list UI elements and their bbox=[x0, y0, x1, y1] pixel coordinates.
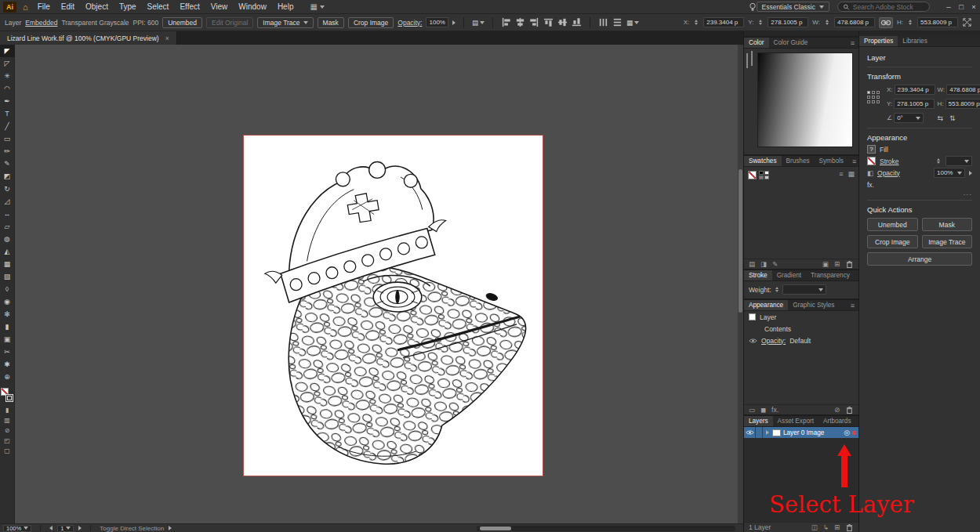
line-segment-tool[interactable]: ╱ bbox=[0, 120, 15, 132]
pencil-tool[interactable]: ✎ bbox=[0, 157, 15, 170]
tab-swatches[interactable]: Swatches bbox=[744, 156, 782, 166]
zoom-level-select[interactable]: 100% bbox=[3, 525, 31, 532]
align-right-icon[interactable] bbox=[529, 17, 539, 27]
canvas[interactable] bbox=[15, 45, 743, 523]
restore-button[interactable]: □ bbox=[955, 2, 967, 11]
artboard[interactable] bbox=[243, 135, 543, 476]
x-input[interactable]: 239.3404 p bbox=[703, 17, 744, 27]
color-panel-menu-icon[interactable]: ≡ bbox=[847, 38, 858, 48]
horizontal-scrollbar-thumb[interactable] bbox=[480, 527, 511, 530]
new-swatch-icon[interactable]: ⊞ bbox=[834, 260, 840, 268]
menu-effect[interactable]: Effect bbox=[174, 0, 205, 14]
menu-window[interactable]: Window bbox=[233, 0, 272, 14]
lasso-tool[interactable]: ◠ bbox=[0, 82, 15, 95]
close-document-icon[interactable]: × bbox=[165, 34, 169, 42]
new-sublayer-icon[interactable]: ↳ bbox=[823, 523, 829, 531]
previous-artboard-button[interactable] bbox=[49, 526, 53, 530]
delete-swatch-icon[interactable] bbox=[845, 260, 854, 269]
prop-y-input[interactable]: 278.1005 p bbox=[894, 99, 935, 109]
menu-type[interactable]: Type bbox=[114, 0, 142, 14]
color-fill-stroke-proxy[interactable] bbox=[746, 54, 750, 68]
opacity-link[interactable]: Opacity: bbox=[397, 19, 422, 27]
stroke-color-swatch[interactable] bbox=[5, 394, 13, 402]
distribute-horizontal-icon[interactable] bbox=[598, 17, 608, 27]
quick-action-mask[interactable]: Mask bbox=[922, 218, 973, 231]
show-swatch-kinds-icon[interactable]: ◨ bbox=[760, 260, 767, 268]
shape-builder-tool[interactable]: ◍ bbox=[0, 233, 15, 245]
h-input[interactable]: 553.8009 p bbox=[917, 17, 958, 27]
tab-properties[interactable]: Properties bbox=[859, 36, 898, 46]
align-bottom-icon[interactable] bbox=[572, 17, 582, 27]
swatch-none[interactable] bbox=[748, 171, 757, 179]
prop-fill-row[interactable]: ? Fill bbox=[867, 143, 972, 155]
hand-tool[interactable]: ✱ bbox=[0, 358, 15, 371]
prop-h-input[interactable]: 553.8009 p bbox=[946, 99, 980, 109]
blend-tool[interactable]: ◉ bbox=[0, 295, 15, 308]
prop-w-input[interactable]: 478.6808 p bbox=[946, 85, 980, 95]
crop-image-button[interactable]: Crop Image bbox=[348, 17, 394, 28]
vertical-scrollbar-thumb[interactable] bbox=[739, 169, 742, 313]
layer-thumbnail-image[interactable] bbox=[772, 429, 781, 436]
column-graph-tool[interactable]: ▮ bbox=[0, 320, 15, 333]
new-color-group-icon[interactable]: ▣ bbox=[822, 260, 829, 268]
gradient-tool[interactable]: ▧ bbox=[0, 270, 15, 283]
perspective-grid-tool[interactable]: ◭ bbox=[0, 245, 15, 258]
magic-wand-tool[interactable]: ✳ bbox=[0, 70, 15, 82]
layer-row[interactable]: Layer 0 Image ◎ bbox=[744, 427, 858, 438]
new-layer-icon[interactable]: ⊞ bbox=[834, 523, 840, 531]
y-input[interactable]: 278.1005 p bbox=[768, 17, 808, 27]
workspace-switcher[interactable]: Essentials Classic bbox=[757, 2, 830, 12]
free-transform-tool[interactable]: ▱ bbox=[0, 220, 15, 233]
grayscale-spectrum[interactable] bbox=[757, 52, 853, 147]
menu-file[interactable]: File bbox=[32, 0, 56, 14]
fill-proxy-swatch[interactable] bbox=[746, 53, 748, 68]
flip-vertical-icon[interactable]: ⇅ bbox=[949, 114, 956, 122]
visibility-eye-icon[interactable] bbox=[749, 338, 757, 344]
direct-selection-tool[interactable]: ◸ bbox=[0, 57, 15, 70]
scale-tool[interactable]: ◿ bbox=[0, 195, 15, 208]
appearance-row-opacity[interactable]: Opacity: Default bbox=[744, 335, 858, 346]
symbol-sprayer-tool[interactable]: ✻ bbox=[0, 308, 15, 320]
tab-symbols[interactable]: Symbols bbox=[815, 156, 848, 166]
align-horizontal-center-icon[interactable] bbox=[515, 17, 525, 27]
fx-button[interactable]: fx. bbox=[867, 181, 874, 189]
make-clipping-mask-icon[interactable]: ◫ bbox=[811, 523, 818, 531]
swatch-color-group[interactable] bbox=[759, 171, 769, 179]
align-vertical-center-icon[interactable] bbox=[557, 17, 568, 27]
constrain-width-height-button[interactable] bbox=[879, 17, 893, 28]
close-button[interactable]: × bbox=[967, 2, 980, 11]
status-expand-icon[interactable] bbox=[169, 526, 172, 530]
stock-search[interactable] bbox=[837, 2, 930, 12]
tab-transparency[interactable]: Transparency bbox=[806, 270, 855, 280]
flip-horizontal-icon[interactable]: ⇆ bbox=[938, 114, 944, 122]
layer-name[interactable]: Layer 0 Image bbox=[783, 429, 824, 436]
appearance-row-contents[interactable]: Contents bbox=[744, 323, 858, 335]
tab-color[interactable]: Color bbox=[744, 38, 769, 48]
transform-options-icon[interactable] bbox=[962, 17, 972, 27]
delete-appearance-icon[interactable] bbox=[845, 406, 854, 414]
home-icon[interactable]: ⌂ bbox=[23, 2, 28, 12]
rotation-select[interactable]: 0° bbox=[894, 113, 924, 123]
tab-color-guide[interactable]: Color Guide bbox=[769, 38, 813, 48]
layer-expand-icon[interactable] bbox=[766, 430, 769, 435]
appearance-opacity-link[interactable]: Opacity: bbox=[761, 337, 786, 345]
tab-graphic-styles[interactable]: Graphic Styles bbox=[788, 300, 839, 310]
menu-object[interactable]: Object bbox=[80, 0, 114, 14]
delete-layer-icon[interactable] bbox=[845, 523, 854, 532]
add-new-fill-icon[interactable]: ◼ bbox=[760, 406, 766, 414]
artboard-tool[interactable]: ▣ bbox=[0, 333, 15, 346]
layer-selection-indicator[interactable] bbox=[852, 431, 856, 435]
tab-appearance[interactable]: Appearance bbox=[744, 300, 788, 310]
minimize-button[interactable]: – bbox=[942, 2, 955, 11]
stroke-weight-select[interactable] bbox=[782, 284, 826, 295]
list-view-icon[interactable]: ≡ bbox=[839, 170, 843, 178]
mask-button[interactable]: Mask bbox=[318, 17, 344, 28]
appearance-row-layer[interactable]: Layer bbox=[744, 311, 858, 323]
color-mode-button[interactable]: ▮ bbox=[0, 405, 15, 415]
tab-libraries[interactable]: Libraries bbox=[898, 36, 931, 46]
fill-swatch-unknown[interactable]: ? bbox=[867, 145, 876, 154]
add-new-effect-icon[interactable]: fx. bbox=[771, 406, 779, 414]
tab-stroke[interactable]: Stroke bbox=[744, 270, 772, 280]
prop-x-input[interactable]: 239.3404 p bbox=[895, 85, 935, 95]
stroke-link[interactable]: Stroke bbox=[880, 157, 899, 165]
